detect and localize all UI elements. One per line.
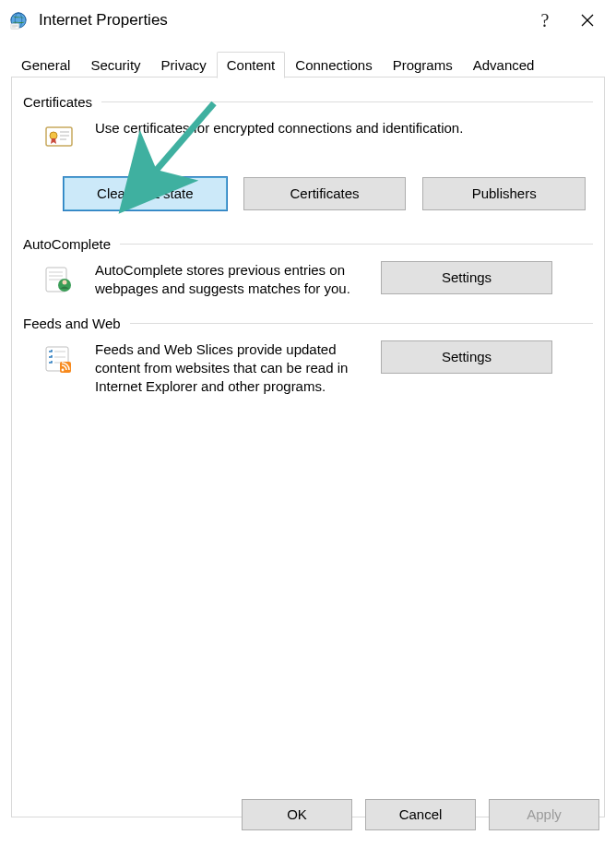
svg-rect-3 xyxy=(12,25,18,26)
tab-advanced[interactable]: Advanced xyxy=(463,52,545,78)
close-icon xyxy=(581,14,594,27)
group-autocomplete-body: AutoComplete stores previous entries on … xyxy=(23,261,593,299)
certificates-description: Use certificates for encrypted connectio… xyxy=(95,119,593,155)
certificates-button[interactable]: Certificates xyxy=(243,177,407,210)
group-autocomplete-label: AutoComplete xyxy=(23,236,120,252)
svg-point-18 xyxy=(63,280,67,285)
group-autocomplete-header: AutoComplete xyxy=(23,236,593,252)
group-certificates-header: Certificates xyxy=(23,94,593,110)
globe-icon xyxy=(9,11,28,30)
tab-security[interactable]: Security xyxy=(80,52,150,78)
feeds-settings-button[interactable]: Settings xyxy=(381,340,552,374)
svg-point-9 xyxy=(50,132,57,139)
group-feeds-label: Feeds and Web xyxy=(23,316,130,331)
window-title: Internet Properties xyxy=(39,11,168,30)
tabs: General Security Privacy Content Connect… xyxy=(11,48,605,78)
help-button[interactable]: ? xyxy=(524,6,566,35)
apply-button[interactable]: Apply xyxy=(489,799,599,830)
publishers-button[interactable]: Publishers xyxy=(422,177,586,210)
svg-point-24 xyxy=(62,368,65,371)
tab-privacy[interactable]: Privacy xyxy=(151,52,217,78)
tab-programs[interactable]: Programs xyxy=(383,52,463,78)
content-panel: Certificates Use certificates for encryp… xyxy=(11,78,605,817)
tab-connections[interactable]: Connections xyxy=(285,52,382,78)
titlebar: Internet Properties ? xyxy=(0,0,616,41)
svg-rect-5 xyxy=(12,28,16,29)
feeds-description: Feeds and Web Slices provide updated con… xyxy=(95,340,381,397)
tab-content[interactable]: Content xyxy=(217,52,286,78)
feed-icon xyxy=(44,344,74,397)
tab-general[interactable]: General xyxy=(11,52,80,78)
svg-rect-4 xyxy=(12,26,18,27)
dialog-footer: OK Cancel Apply xyxy=(242,799,599,830)
group-feeds-body: Feeds and Web Slices provide updated con… xyxy=(23,340,593,397)
certificate-icon xyxy=(44,123,74,155)
autocomplete-icon xyxy=(44,265,74,299)
group-feeds-header: Feeds and Web xyxy=(23,316,593,331)
close-button[interactable] xyxy=(566,6,609,35)
cancel-button[interactable]: Cancel xyxy=(365,799,476,830)
autocomplete-description: AutoComplete stores previous entries on … xyxy=(95,261,381,299)
group-certificates-body: Use certificates for encrypted connectio… xyxy=(23,119,593,155)
ok-button[interactable]: OK xyxy=(242,799,352,830)
internet-properties-dialog: Internet Properties ? General Security P… xyxy=(0,0,616,847)
group-certificates-label: Certificates xyxy=(23,94,101,110)
autocomplete-settings-button[interactable]: Settings xyxy=(381,261,552,294)
clear-ssl-state-button[interactable]: Clear SSL state xyxy=(64,177,227,210)
